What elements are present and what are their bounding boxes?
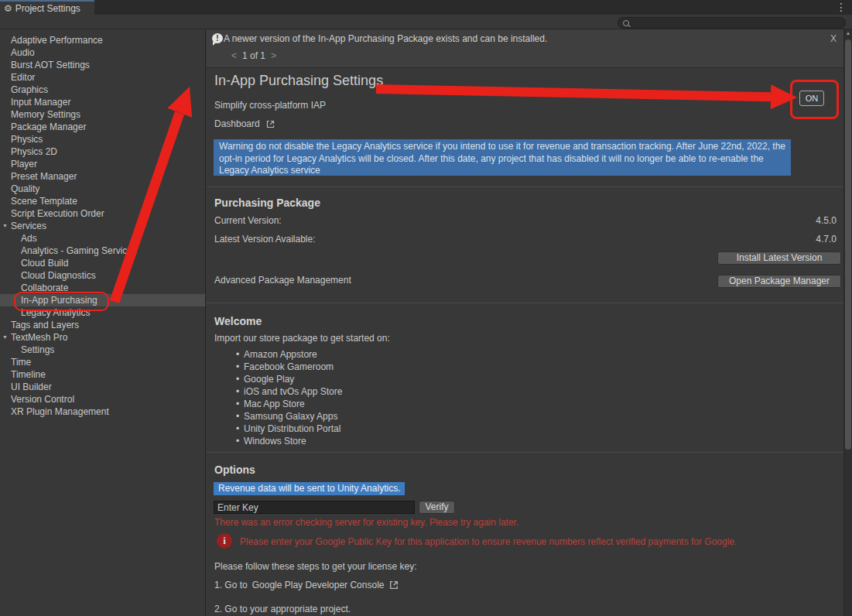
store-name: Mac App Store [244,399,305,409]
sidebar-item-input-manager[interactable]: Input Manager [0,96,205,108]
sidebar-item-editor[interactable]: Editor [0,71,205,84]
store-list-item: •Mac App Store [207,398,837,410]
dashboard-link-label: Dashboard [214,118,260,129]
external-link-icon [265,119,275,129]
settings-category-list: Adaptive PerformanceAudioBurst AOT Setti… [0,29,206,616]
latest-version-value: 4.7.0 [816,234,837,245]
sidebar-item-tags-and-layers[interactable]: Tags and Layers [0,319,205,331]
toolbar [0,15,852,29]
sidebar-item-label: Package Manager [11,121,86,132]
sidebar-item-settings[interactable]: Settings [0,344,205,356]
bullet-icon: • [236,361,239,373]
sidebar-item-physics-2d[interactable]: Physics 2D [0,145,205,158]
simplify-iap-label: Simplify cross-platform IAP [214,100,326,111]
sidebar-item-physics[interactable]: Physics [0,133,205,145]
install-latest-version-button[interactable]: Install Latest Version [717,252,841,265]
foldout-triangle-icon[interactable]: ▼ [2,331,8,344]
foldout-triangle-icon[interactable]: ▼ [2,220,8,232]
sidebar-item-label: Timeline [11,369,46,380]
sidebar-item-cloud-diagnostics[interactable]: Cloud Diagnostics [0,269,205,282]
open-package-manager-button[interactable]: Open Package Manager [717,275,841,288]
store-list-item: •Windows Store [207,435,837,447]
current-version-value: 4.5.0 [816,215,837,226]
tab-project-settings[interactable]: ⚙ Project Settings [0,0,94,15]
license-key-input[interactable] [214,501,415,514]
sidebar-item-player[interactable]: Player [0,158,205,170]
sidebar-item-label: Services [11,221,46,231]
error-info-icon: i [217,533,232,549]
alert-icon: ! [212,33,223,43]
search-field[interactable] [618,17,846,29]
sidebar-item-graphics[interactable]: Graphics [0,84,205,96]
sidebar-item-label: Graphics [11,84,48,95]
sidebar-item-label: TextMesh Pro [11,332,67,343]
pager-next-icon[interactable]: > [271,50,276,61]
sidebar-item-in-app-purchasing[interactable]: In-App Purchasing [0,294,205,306]
sidebar-item-label: Analytics - Gaming Services [21,245,137,256]
store-list-item: •Google Play [207,373,837,385]
close-icon[interactable]: X [830,33,837,44]
dashboard-link[interactable]: Dashboard [214,118,275,129]
sidebar-item-ui-builder[interactable]: UI Builder [0,381,205,393]
sidebar-item-label: Input Manager [11,97,70,108]
sidebar-item-label: Quality [11,183,39,194]
sidebar-item-timeline[interactable]: Timeline [0,368,205,381]
step1-prefix: 1. Go to [214,580,248,590]
legacy-analytics-warning: Warning do not disable the Legacy Analyt… [214,139,791,176]
bullet-icon: • [236,385,239,398]
store-name: Amazon Appstore [244,349,317,360]
sidebar-item-version-control[interactable]: Version Control [0,393,205,406]
sidebar-item-preset-manager[interactable]: Preset Manager [0,170,205,183]
sidebar-item-xr-plugin-management[interactable]: XR Plugin Management [0,406,205,418]
sidebar-item-burst-aot-settings[interactable]: Burst AOT Settings [0,59,205,71]
notification-message: A newer version of the In-App Purchasing… [224,33,547,44]
window-title: Project Settings [15,3,80,14]
latest-version-label: Latest Version Available: [214,234,316,245]
sidebar-item-cloud-build[interactable]: Cloud Build [0,257,205,269]
notification-bar: ! A newer version of the In-App Purchasi… [207,29,852,68]
welcome-heading: Welcome [214,315,262,327]
store-name: Samsung Galaxy Apps [244,411,337,422]
search-icon [623,20,629,26]
bullet-icon: • [236,423,239,435]
store-name: Facebook Gameroom [244,361,334,372]
store-name: iOS and tvOs App Store [244,386,342,397]
iap-toggle-button[interactable]: ON [799,91,824,106]
sidebar-item-services[interactable]: ▼Services [0,220,205,232]
store-name: Unity Distribution Portal [244,423,340,434]
google-play-console-link[interactable]: Google Play Developer Console [252,580,385,590]
section-divider [207,303,852,303]
section-divider [207,452,852,453]
purchasing-package-heading: Purchasing Package [214,197,320,209]
sidebar-item-time[interactable]: Time [0,356,205,368]
search-input[interactable] [629,18,826,29]
sidebar-item-legacy-analytics[interactable]: Legacy Analytics [0,306,205,319]
sidebar-item-label: In-App Purchasing [21,295,98,306]
scrollbar-thumb[interactable] [845,39,851,450]
sidebar-item-memory-settings[interactable]: Memory Settings [0,108,205,121]
sidebar-item-ads[interactable]: Ads [0,232,205,245]
sidebar-item-analytics-gaming-services[interactable]: Analytics - Gaming Services [0,245,205,257]
kebab-menu-icon[interactable]: ⋮ [836,1,847,14]
project-settings-window: ⚙ Project Settings ⋮ Adaptive Performanc… [0,0,852,616]
page-title: In-App Purchasing Settings [214,73,383,89]
sidebar-item-script-execution-order[interactable]: Script Execution Order [0,207,205,220]
vertical-scrollbar[interactable]: ▲ [843,29,852,616]
sidebar-item-label: Ads [21,233,37,244]
store-list-item: •iOS and tvOs App Store [207,385,837,398]
pager-prev-icon[interactable]: < [231,50,237,61]
sidebar-item-collaborate[interactable]: Collaborate [0,282,205,294]
sidebar-item-adaptive-performance[interactable]: Adaptive Performance [0,34,205,46]
license-step-1: 1. Go to Google Play Developer Console [214,580,399,590]
sidebar-item-quality[interactable]: Quality [0,183,205,195]
bullet-icon: • [236,435,239,447]
sidebar-item-textmesh-pro[interactable]: ▼TextMesh Pro [0,331,205,344]
sidebar-item-audio[interactable]: Audio [0,46,205,59]
sidebar-item-scene-template[interactable]: Scene Template [0,195,205,207]
sidebar-item-package-manager[interactable]: Package Manager [0,121,205,133]
sidebar-item-label: Player [11,159,37,169]
sidebar-item-label: Physics 2D [11,146,57,157]
scroll-up-icon[interactable]: ▲ [844,30,852,36]
verify-button[interactable]: Verify [419,501,455,514]
sidebar-item-label: Physics [11,134,43,145]
